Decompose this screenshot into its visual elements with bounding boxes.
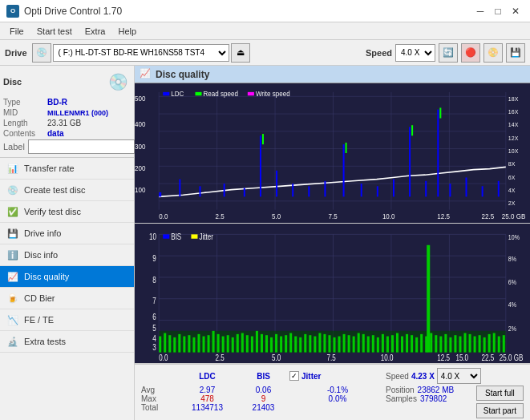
title-bar-controls: ─ □ ✕ <box>472 4 524 18</box>
svg-rect-125 <box>343 334 346 353</box>
drive-info-icon: 💾 <box>6 227 19 240</box>
svg-text:LDC: LDC <box>171 90 184 98</box>
disc-title: Disc <box>3 77 22 87</box>
svg-text:2X: 2X <box>508 200 516 207</box>
svg-rect-137 <box>401 337 403 353</box>
svg-rect-120 <box>318 333 321 353</box>
sidebar-item-cd-bier[interactable]: 🍺 CD Bier <box>0 288 134 309</box>
svg-rect-110 <box>270 337 273 353</box>
svg-text:10%: 10% <box>508 233 520 241</box>
svg-rect-84 <box>191 234 197 238</box>
sidebar-item-fe-te[interactable]: 📉 FE / TE <box>0 309 134 331</box>
sidebar-item-label-disc-info: Disc info <box>24 250 58 260</box>
svg-rect-107 <box>256 331 258 353</box>
minimize-button[interactable]: ─ <box>472 4 488 18</box>
svg-rect-91 <box>178 334 180 353</box>
bis-header: BIS <box>237 372 289 381</box>
svg-rect-156 <box>493 333 496 353</box>
svg-text:3: 3 <box>152 342 156 352</box>
svg-rect-128 <box>358 333 360 353</box>
menu-start-test[interactable]: Start test <box>30 25 79 38</box>
svg-text:22.5: 22.5 <box>482 212 495 220</box>
content-area: 📈 Disc quality <box>135 66 530 420</box>
svg-rect-100 <box>222 337 225 353</box>
create-test-disc-icon: 💿 <box>6 184 19 196</box>
start-part-button[interactable]: Start part <box>476 403 524 418</box>
svg-rect-30 <box>324 181 326 197</box>
svg-rect-152 <box>474 337 476 353</box>
total-bis: 21403 <box>237 403 289 412</box>
disc-label-input[interactable] <box>28 139 135 154</box>
svg-rect-101 <box>227 335 229 352</box>
disc-quality-header-icon: 📈 <box>140 68 152 81</box>
sidebar-item-disc-quality[interactable]: 📈 Disc quality <box>0 266 134 288</box>
svg-rect-153 <box>479 335 481 352</box>
svg-text:100: 100 <box>135 186 146 194</box>
sidebar-item-disc-info[interactable]: ℹ️ Disc info <box>0 244 134 266</box>
menu-bar: File Start test Extra Help <box>0 22 530 40</box>
svg-rect-86 <box>159 331 506 353</box>
svg-rect-43 <box>346 143 347 153</box>
sidebar-item-create-test-disc[interactable]: 💿 Create test disc <box>0 180 134 201</box>
svg-rect-97 <box>208 335 210 352</box>
svg-text:10: 10 <box>149 232 156 241</box>
svg-rect-102 <box>232 337 234 353</box>
chart2-svg: BIS Jitter <box>135 224 530 363</box>
speed-icon-btn2[interactable]: 🔴 <box>461 43 480 63</box>
disc-length-label: Length <box>3 119 47 127</box>
stats-total-row: Total 1134713 21403 <box>141 403 470 412</box>
close-button[interactable]: ✕ <box>508 4 524 18</box>
sidebar: Disc 💿 Type BD-R MID MILLENMR1 (000) Len… <box>0 66 135 420</box>
stats-header-row: LDC BIS ✓ Jitter Speed 4.23 X 4.0 X <box>141 368 524 384</box>
speed-value-stat: 4.23 X <box>411 372 435 381</box>
svg-rect-133 <box>382 334 384 353</box>
svg-rect-92 <box>183 337 185 353</box>
svg-rect-45 <box>439 107 441 118</box>
sidebar-item-drive-info[interactable]: 💾 Drive info <box>0 223 134 244</box>
speed-icon-btn4[interactable]: 💾 <box>506 43 525 63</box>
disc-type-value: BD-R <box>47 98 131 107</box>
speed-icon-btn3[interactable]: 📀 <box>483 43 503 63</box>
speed-select[interactable]: 4.0 X <box>395 44 435 62</box>
sidebar-item-label-cd-bier: CD Bier <box>24 293 55 303</box>
start-full-button[interactable]: Start full <box>476 386 524 401</box>
svg-rect-138 <box>406 334 408 353</box>
svg-text:7.5: 7.5 <box>328 212 338 220</box>
svg-text:0.0: 0.0 <box>159 212 168 220</box>
title-bar: O Opti Drive Control 1.70 ─ □ ✕ <box>0 0 530 22</box>
svg-text:400: 400 <box>135 120 146 128</box>
svg-text:2.5: 2.5 <box>216 353 225 362</box>
svg-text:8%: 8% <box>508 255 517 263</box>
svg-text:15.0: 15.0 <box>455 353 468 362</box>
svg-rect-151 <box>469 334 471 353</box>
jitter-checkbox[interactable]: ✓ <box>289 371 299 381</box>
svg-rect-35 <box>409 127 411 196</box>
svg-rect-44 <box>411 125 413 135</box>
position-value: 23862 MB <box>418 386 455 394</box>
svg-rect-89 <box>168 335 171 352</box>
sidebar-item-extra-tests[interactable]: 🔬 Extra tests <box>0 331 134 353</box>
svg-rect-15 <box>163 92 169 95</box>
maximize-button[interactable]: □ <box>490 4 506 18</box>
drive-select[interactable]: ( F:) HL-DT-ST BD-RE WH16NS58 TST4 <box>53 44 229 62</box>
svg-rect-105 <box>246 335 249 352</box>
disc-type-row: Type BD-R <box>3 98 131 107</box>
drive-icon-btn[interactable]: 💿 <box>32 43 51 63</box>
svg-rect-147 <box>449 337 451 353</box>
menu-help[interactable]: Help <box>111 25 143 38</box>
sidebar-item-verify-test-disc[interactable]: ✅ Verify test disc <box>0 201 134 223</box>
ldc-header: LDC <box>177 372 237 381</box>
speed-dropdown-stat[interactable]: 4.0 X <box>437 368 481 384</box>
title-bar-text: Opti Drive Control 1.70 <box>24 6 122 17</box>
speed-icon-btn1[interactable]: 🔄 <box>439 43 458 63</box>
sidebar-item-transfer-rate[interactable]: 📊 Transfer rate <box>0 158 134 180</box>
app-icon: O <box>6 5 19 18</box>
menu-file[interactable]: File <box>3 25 30 38</box>
svg-rect-96 <box>203 337 205 353</box>
svg-rect-88 <box>164 333 166 353</box>
svg-rect-104 <box>241 333 244 353</box>
stats-buttons-group: Start full Start part <box>476 386 524 418</box>
eject-button[interactable]: ⏏ <box>231 43 250 63</box>
menu-extra[interactable]: Extra <box>79 25 112 38</box>
total-ldc: 1134713 <box>177 403 237 412</box>
